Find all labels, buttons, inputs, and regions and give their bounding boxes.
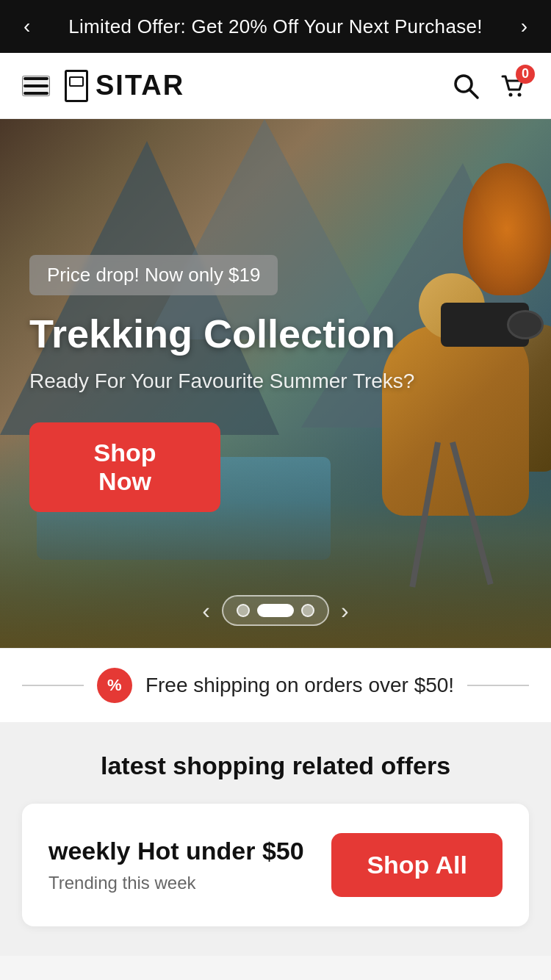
search-button[interactable]	[451, 71, 480, 101]
announcement-text: Limited Offer: Get 20% Off Your Next Pur…	[36, 15, 514, 38]
hamburger-line-3	[24, 92, 48, 95]
hamburger-line-1	[24, 77, 48, 80]
announcement-prev-button[interactable]: ‹	[18, 15, 36, 38]
cart-button[interactable]: 0	[498, 71, 529, 101]
carousel-controls: ‹ ›	[0, 595, 551, 626]
carousel-prev-button[interactable]: ‹	[202, 597, 210, 624]
header-left: SITAR	[22, 70, 184, 102]
offer-subtitle: Trending this week	[48, 873, 304, 893]
shop-all-button[interactable]: Shop All	[331, 833, 503, 897]
announcement-bar: ‹ Limited Offer: Get 20% Off Your Next P…	[0, 0, 551, 53]
logo[interactable]: SITAR	[65, 70, 184, 102]
svg-point-2	[509, 93, 513, 96]
hero-content: Price drop! Now only $19 Trekking Collec…	[0, 119, 551, 648]
carousel-next-button[interactable]: ›	[341, 597, 349, 624]
shipping-line-left	[22, 685, 84, 686]
header-right: 0	[451, 71, 529, 101]
search-icon	[451, 71, 480, 101]
carousel-indicators	[222, 595, 329, 626]
offer-title: weekly Hot under $50	[48, 837, 304, 865]
cart-badge: 0	[516, 65, 535, 84]
hero-subtitle: Ready For Your Favourite Summer Treks?	[29, 370, 522, 393]
shipping-text: Free shipping on orders over $50!	[145, 674, 454, 697]
price-badge: Price drop! Now only $19	[29, 255, 278, 295]
carousel-dot-2-active[interactable]	[257, 604, 294, 617]
offer-card-content: weekly Hot under $50 Trending this week	[48, 837, 304, 893]
hero-title: Trekking Collection	[29, 310, 522, 358]
logo-icon	[65, 70, 88, 102]
hamburger-menu-button[interactable]	[22, 76, 50, 96]
logo-text: SITAR	[96, 70, 184, 101]
carousel-dot-1[interactable]	[237, 604, 250, 617]
header: SITAR 0	[0, 53, 551, 119]
offer-card: weekly Hot under $50 Trending this week …	[22, 804, 529, 926]
shop-now-button[interactable]: Shop Now	[29, 422, 220, 512]
hamburger-line-2	[24, 84, 48, 87]
carousel-dot-3[interactable]	[301, 604, 314, 617]
shipping-bar: % Free shipping on orders over $50!	[0, 648, 551, 722]
offers-section-title: latest shopping related offers	[22, 752, 529, 780]
hero-banner: Price drop! Now only $19 Trekking Collec…	[0, 119, 551, 648]
svg-point-3	[518, 93, 522, 96]
shipping-line-right	[467, 685, 529, 686]
announcement-next-button[interactable]: ›	[515, 15, 533, 38]
shipping-badge-icon: %	[97, 668, 132, 703]
offers-section: latest shopping related offers weekly Ho…	[0, 722, 551, 956]
svg-line-1	[469, 90, 478, 98]
